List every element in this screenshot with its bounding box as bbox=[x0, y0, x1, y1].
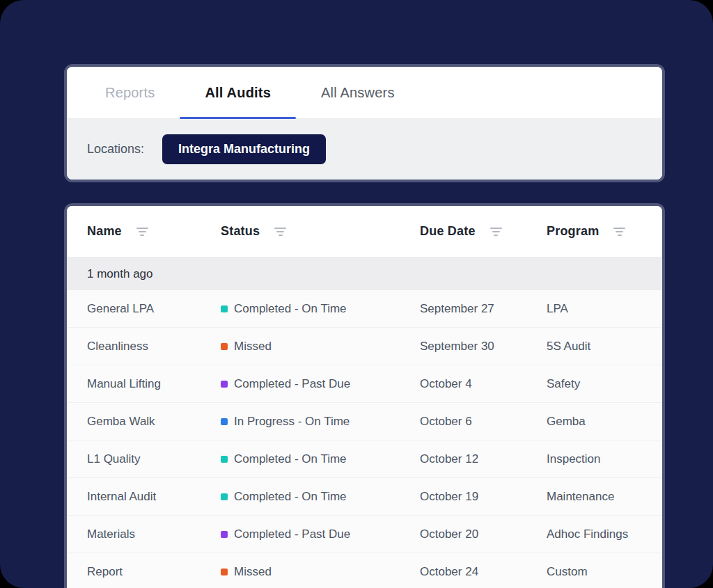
audit-name: Materials bbox=[87, 527, 221, 541]
program-name: Custom bbox=[547, 565, 662, 579]
audits-table-card: Name Status Due Date Program bbox=[64, 203, 665, 588]
status-label: Completed - Past Due bbox=[234, 527, 350, 541]
column-due-date-label: Due Date bbox=[420, 224, 476, 239]
audit-status: Completed - Past Due bbox=[221, 377, 420, 391]
column-header-program: Program bbox=[547, 224, 662, 239]
group-header-row: 1 month ago bbox=[67, 257, 662, 290]
group-header-label: 1 month ago bbox=[87, 267, 153, 281]
filter-icon[interactable] bbox=[488, 225, 504, 238]
column-header-status: Status bbox=[221, 224, 420, 239]
status-color-square bbox=[221, 381, 228, 388]
tab-all-answers[interactable]: All Answers bbox=[296, 67, 420, 118]
locations-bar: Locations: Integra Manufacturing bbox=[67, 119, 662, 180]
column-header-name: Name bbox=[87, 224, 221, 239]
program-name: LPA bbox=[547, 302, 662, 316]
audit-status: Completed - On Time bbox=[221, 490, 420, 504]
audit-status: Completed - On Time bbox=[221, 302, 420, 316]
program-name: Safety bbox=[547, 377, 662, 391]
status-label: Missed bbox=[234, 565, 272, 579]
status-label: Completed - On Time bbox=[234, 302, 347, 316]
table-body: General LPA Completed - On Time Septembe… bbox=[67, 290, 662, 588]
filter-icon[interactable] bbox=[611, 225, 627, 238]
tab-all-audits[interactable]: All Audits bbox=[180, 67, 296, 118]
filter-icon[interactable] bbox=[134, 225, 150, 238]
due-date: October 20 bbox=[420, 527, 547, 541]
locations-label: Locations: bbox=[87, 142, 144, 157]
table-row[interactable]: L1 Quality Completed - On Time October 1… bbox=[67, 440, 662, 478]
audit-name: Cleanliness bbox=[87, 340, 221, 353]
program-name: Gemba bbox=[547, 415, 662, 429]
due-date: October 12 bbox=[420, 452, 547, 466]
program-name: Maintenance bbox=[547, 490, 662, 504]
program-name: Adhoc Findings bbox=[547, 527, 662, 541]
status-label: In Progress - On Time bbox=[234, 415, 350, 429]
due-date: October 24 bbox=[420, 565, 547, 579]
due-date: October 4 bbox=[420, 377, 547, 391]
audit-status: In Progress - On Time bbox=[221, 415, 420, 429]
audit-name: Internal Audit bbox=[87, 490, 221, 504]
tab-reports[interactable]: Reports bbox=[80, 67, 180, 118]
column-status-label: Status bbox=[221, 224, 260, 239]
due-date: September 30 bbox=[420, 340, 547, 353]
location-chip[interactable]: Integra Manufacturing bbox=[162, 134, 326, 164]
status-color-square bbox=[221, 305, 228, 312]
table-header: Name Status Due Date Program bbox=[67, 206, 662, 257]
program-name: Inspection bbox=[547, 452, 662, 466]
table-row[interactable]: Internal Audit Completed - On Time Octob… bbox=[67, 478, 662, 516]
audit-name: General LPA bbox=[87, 302, 221, 316]
status-color-square bbox=[221, 569, 228, 575]
audit-name: Manual Lifting bbox=[87, 377, 221, 391]
status-color-square bbox=[221, 493, 228, 500]
audit-name: Report bbox=[87, 565, 221, 579]
tab-bar: Reports All Audits All Answers bbox=[67, 67, 662, 119]
program-name: 5S Audit bbox=[547, 340, 662, 353]
status-label: Completed - On Time bbox=[234, 490, 347, 504]
audit-status: Missed bbox=[221, 565, 420, 579]
table-row[interactable]: Cleanliness Missed September 30 5S Audit bbox=[67, 328, 662, 365]
due-date: September 27 bbox=[420, 302, 547, 316]
filter-icon[interactable] bbox=[272, 225, 288, 238]
audit-status: Missed bbox=[221, 340, 420, 353]
status-label: Completed - On Time bbox=[234, 452, 347, 466]
due-date: October 19 bbox=[420, 490, 547, 504]
table-row[interactable]: Materials Completed - Past Due October 2… bbox=[67, 516, 662, 553]
audit-status: Completed - On Time bbox=[221, 452, 420, 466]
status-color-square bbox=[221, 418, 228, 425]
audit-name: L1 Quality bbox=[87, 452, 221, 466]
status-color-square bbox=[221, 343, 228, 350]
table-row[interactable]: Report Missed October 24 Custom bbox=[67, 553, 662, 588]
tabs-card: Reports All Audits All Answers Locations… bbox=[64, 64, 665, 182]
audit-status: Completed - Past Due bbox=[221, 527, 420, 541]
status-color-square bbox=[221, 456, 228, 463]
table-row[interactable]: General LPA Completed - On Time Septembe… bbox=[67, 290, 662, 328]
table-row[interactable]: Manual Lifting Completed - Past Due Octo… bbox=[67, 365, 662, 403]
table-row[interactable]: Gemba Walk In Progress - On Time October… bbox=[67, 403, 662, 440]
column-name-label: Name bbox=[87, 224, 122, 239]
due-date: October 6 bbox=[420, 415, 547, 429]
status-color-square bbox=[221, 531, 228, 538]
column-program-label: Program bbox=[547, 224, 599, 239]
column-header-due-date: Due Date bbox=[420, 224, 547, 239]
status-label: Completed - Past Due bbox=[234, 377, 350, 391]
app-background: Reports All Audits All Answers Locations… bbox=[0, 0, 713, 588]
status-label: Missed bbox=[234, 340, 272, 353]
audit-name: Gemba Walk bbox=[87, 415, 221, 429]
